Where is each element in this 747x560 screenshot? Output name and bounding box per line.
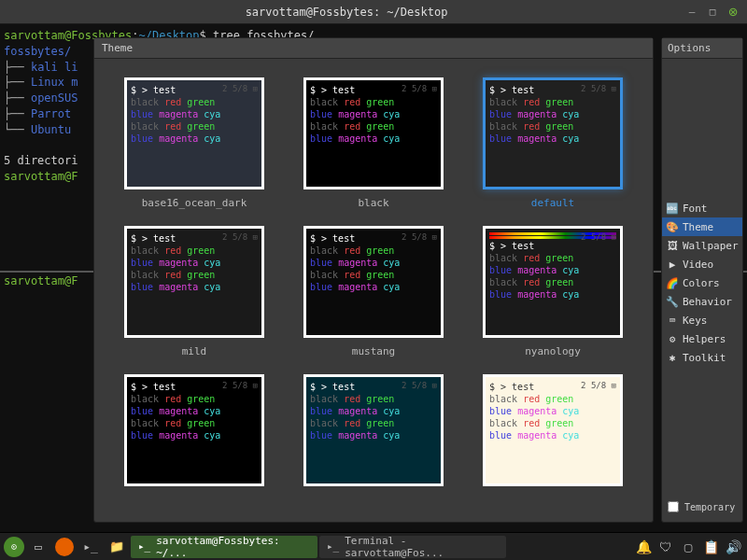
show-desktop-icon[interactable]: ▭	[26, 536, 50, 558]
terminal-small-icon: ▸_	[138, 540, 150, 553]
tray-box-icon[interactable]: ▢	[678, 537, 698, 557]
taskbar: ⊙ ▭ ▸_ 📁 ▸_ sarvottam@Fossbytes: ~/... ▸…	[0, 532, 747, 560]
theme-option-8[interactable]: $ > test2 5/8 ⊞black red greenblue magen…	[472, 374, 634, 494]
options-item-label: Keys	[683, 315, 708, 327]
theme-thumbnail[interactable]: $ > test2 5/8 ⊞black red greenblue magen…	[124, 226, 264, 338]
theme-option-base16_ocean_dark[interactable]: $ > test2 5/8 ⊞black red greenblue magen…	[113, 77, 275, 209]
theme-option-6[interactable]: $ > test2 5/8 ⊞black red greenblue magen…	[113, 374, 275, 494]
terminal-launcher-icon[interactable]: ▸_	[78, 536, 103, 558]
theme-thumbnail[interactable]: $ > test2 5/8 ⊞black red greenblue magen…	[483, 374, 623, 486]
window-titlebar: sarvottam@Fossbytes: ~/Desktop — □ ⊗	[0, 0, 747, 24]
font-icon: 🔤	[666, 202, 679, 215]
video-icon: ▶	[666, 258, 679, 271]
theme-label: base16_ocean_dark	[142, 197, 247, 209]
theme-thumbnail[interactable]: $ > test2 5/8 ⊞black red greenblue magen…	[124, 374, 264, 486]
options-panel-title: Options	[662, 38, 742, 59]
maximize-button[interactable]: □	[706, 6, 719, 19]
task-label: Terminal - sarvottam@Fos...	[345, 535, 499, 559]
options-item-label: Behavior	[683, 296, 732, 308]
options-item-behavior[interactable]: 🔧Behavior	[662, 292, 742, 311]
keys-icon: ⌨	[666, 314, 679, 327]
close-button[interactable]: ⊗	[726, 6, 740, 19]
theme-settings-panel: Theme $ > test2 5/8 ⊞black red greenblue…	[93, 37, 654, 523]
options-item-wallpaper[interactable]: 🖼Wallpaper	[662, 236, 742, 255]
theme-option-black[interactable]: $ > test2 5/8 ⊞black red greenblue magen…	[292, 77, 455, 209]
options-panel: Options 🔤Font🎨Theme🖼Wallpaper▶Video🌈Colo…	[661, 37, 743, 523]
options-item-video[interactable]: ▶Video	[662, 255, 742, 273]
tree-item: openSUS	[31, 91, 78, 105]
options-item-label: Helpers	[683, 333, 726, 345]
theme-thumbnail[interactable]: $ > test2 5/8 ⊞black red greenblue magen…	[124, 77, 264, 189]
colors-icon: 🌈	[666, 276, 679, 289]
tree-item: Ubuntu	[31, 123, 71, 136]
theme-option-default[interactable]: $ > test2 5/8 ⊞black red greenblue magen…	[472, 77, 634, 209]
theme-panel-title: Theme	[94, 38, 653, 59]
theme-thumbnail[interactable]: $ > test2 5/8 ⊞black red greenblue magen…	[303, 226, 444, 338]
theme-label: mustang	[352, 345, 395, 357]
taskbar-task-active[interactable]: ▸_ sarvottam@Fossbytes: ~/...	[131, 536, 317, 558]
theme-option-mustang[interactable]: $ > test2 5/8 ⊞black red greenblue magen…	[292, 226, 455, 357]
options-item-label: Colors	[683, 277, 720, 289]
helpers-icon: ⚙	[666, 332, 679, 345]
firefox-icon[interactable]	[52, 536, 77, 558]
temporary-toggle[interactable]: Temporary	[668, 501, 735, 512]
theme-thumbnail[interactable]: $ > test2 5/8 ⊞black red greenblue magen…	[483, 226, 623, 338]
theme-option-7[interactable]: $ > test2 5/8 ⊞black red greenblue magen…	[292, 374, 455, 494]
theme-thumbnail[interactable]: $ > test2 5/8 ⊞black red greenblue magen…	[303, 374, 444, 486]
options-item-toolkit[interactable]: ✱Toolkit	[662, 348, 742, 367]
options-item-label: Toolkit	[683, 352, 726, 364]
theme-label: black	[358, 197, 388, 209]
minimize-button[interactable]: —	[685, 6, 698, 19]
terminal-small-icon: ▸_	[327, 540, 339, 553]
theme-thumbnail[interactable]: $ > test2 5/8 ⊞black red greenblue magen…	[483, 77, 623, 189]
options-item-colors[interactable]: 🌈Colors	[662, 273, 742, 292]
task-label: sarvottam@Fossbytes: ~/...	[156, 535, 310, 559]
tree-root: fossbytes/	[4, 45, 71, 58]
options-item-label: Wallpaper	[683, 240, 739, 252]
clipboard-icon[interactable]: 📋	[700, 537, 721, 557]
theme-option-nyanology[interactable]: $ > test2 5/8 ⊞black red greenblue magen…	[472, 226, 634, 357]
window-title: sarvottam@Fossbytes: ~/Desktop	[7, 6, 685, 19]
volume-icon[interactable]: 🔊	[723, 537, 743, 557]
theme-label: default	[531, 197, 574, 209]
theme-grid[interactable]: $ > test2 5/8 ⊞black red greenblue magen…	[94, 59, 653, 522]
options-item-label: Font	[683, 203, 708, 215]
options-item-label: Theme	[683, 221, 713, 233]
options-item-font[interactable]: 🔤Font	[662, 199, 742, 217]
shield-icon[interactable]: 🛡	[655, 537, 676, 557]
theme-label: mild	[182, 345, 207, 357]
taskbar-task-inactive[interactable]: ▸_ Terminal - sarvottam@Fos...	[319, 536, 506, 558]
start-menu-icon[interactable]: ⊙	[4, 537, 24, 557]
toolkit-icon: ✱	[666, 351, 679, 364]
theme-label: nyanology	[525, 345, 581, 357]
tree-item: kali li	[31, 61, 78, 74]
wallpaper-icon: 🖼	[666, 239, 679, 252]
theme-icon: 🎨	[666, 220, 679, 233]
temporary-checkbox[interactable]	[668, 501, 679, 512]
prompt-partial: sarvottam@F	[4, 170, 78, 183]
behavior-icon: 🔧	[666, 295, 679, 308]
options-item-label: Video	[683, 259, 713, 271]
prompt-split: sarvottam@F	[4, 274, 78, 287]
temporary-label: Temporary	[684, 502, 735, 512]
options-item-keys[interactable]: ⌨Keys	[662, 311, 742, 329]
tree-item: Parrot	[31, 107, 71, 120]
options-item-theme[interactable]: 🎨Theme	[662, 217, 742, 236]
tree-item: Linux m	[31, 76, 78, 89]
options-list: 🔤Font🎨Theme🖼Wallpaper▶Video🌈Colors🔧Behav…	[662, 199, 742, 367]
notification-icon[interactable]: 🔔	[633, 537, 654, 557]
theme-thumbnail[interactable]: $ > test2 5/8 ⊞black red greenblue magen…	[303, 77, 444, 189]
options-item-helpers[interactable]: ⚙Helpers	[662, 329, 742, 348]
theme-option-mild[interactable]: $ > test2 5/8 ⊞black red greenblue magen…	[113, 226, 275, 357]
filemanager-icon[interactable]: 📁	[105, 536, 129, 558]
